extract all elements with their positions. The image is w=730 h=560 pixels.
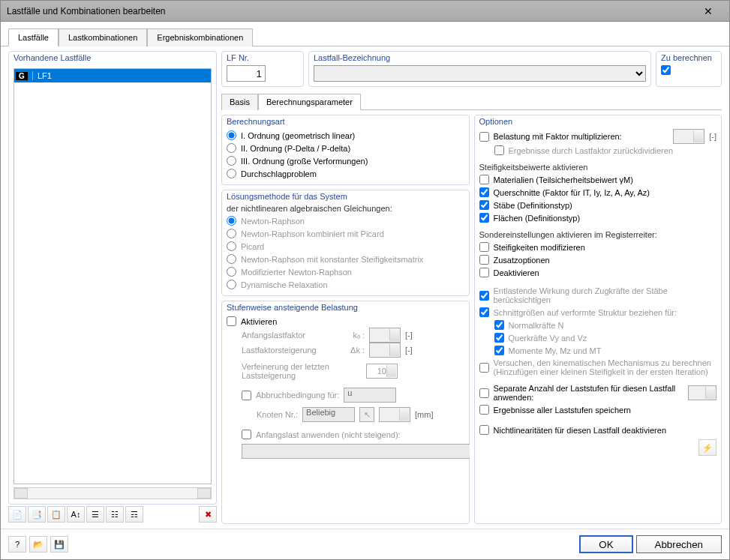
lf-description-select[interactable] bbox=[314, 65, 646, 82]
opt-picard: Picard bbox=[227, 240, 464, 253]
calc-method-group: Berechnungsart I. Ordnung (geometrisch l… bbox=[221, 115, 470, 185]
solver-title: Lösungsmethode für das System bbox=[227, 192, 464, 201]
sub-tabs: Basis Berechnungsparameter bbox=[221, 93, 722, 110]
lf-description-group: Lastfall-Bezeichnung bbox=[308, 51, 651, 87]
dd-node: Beliebig bbox=[302, 407, 355, 422]
all-icon[interactable]: ☶ bbox=[125, 506, 143, 523]
help-icon[interactable]: ? bbox=[8, 536, 26, 553]
opt-mod-nr: Modifizierter Newton-Raphson bbox=[227, 265, 464, 278]
dialog-window: Lastfälle und Kombinationen bearbeiten ✕… bbox=[0, 0, 730, 560]
titlebar: Lastfälle und Kombinationen bearbeiten ✕ bbox=[1, 1, 729, 22]
chk-shear-v: Querkräfte Vy and Vz bbox=[494, 331, 717, 344]
spin-mul-factor bbox=[673, 129, 704, 144]
row-factor-incr: Lastfaktorsteigerung Δk : [-] bbox=[242, 343, 464, 358]
opt-newton-raphson: Newton-Raphson bbox=[227, 214, 464, 227]
chk-extra-options[interactable]: Zusatzoptionen bbox=[479, 253, 717, 266]
row-node: Knoten Nr.: Beliebig ↖ [mm] bbox=[257, 407, 464, 422]
chk-sep-steps[interactable]: Separate Anzahl der Laststufen für diese… bbox=[479, 382, 679, 403]
lf-number-title: LF Nr. bbox=[227, 53, 299, 62]
open-icon[interactable]: 📂 bbox=[29, 536, 47, 553]
chk-materials[interactable]: Materialien (Teilsicherheitsbeiwert γM) bbox=[479, 173, 717, 186]
spin-sep-steps bbox=[688, 385, 716, 400]
chk-divide-results: Ergebnisse durch Lastfaktor zurückdividi… bbox=[494, 144, 717, 157]
close-button[interactable]: ✕ bbox=[693, 3, 723, 19]
opt-nr-const-stiff: Newton-Raphson mit konstanter Steifigkei… bbox=[227, 253, 464, 265]
chk-disable-nonlin[interactable]: Nichtlinearitäten für diesen Lastfall de… bbox=[479, 424, 717, 436]
loadcase-badge: G bbox=[16, 72, 28, 80]
chk-deactivate[interactable]: Deaktivieren bbox=[479, 266, 717, 279]
spin-initial-factor bbox=[369, 328, 401, 343]
chk-moment-m: Momente My, Mz und MT bbox=[494, 344, 717, 357]
subtab-basis[interactable]: Basis bbox=[221, 94, 258, 110]
chk-mul-factor[interactable]: Belastung mit Faktor multiplizieren: bbox=[479, 130, 622, 143]
solver-subtitle: der nichtlinearen algebraischen Gleichun… bbox=[227, 204, 464, 213]
dd-stop-var: u bbox=[344, 388, 396, 403]
chk-stop-condition: Abbruchbedingung für: u bbox=[242, 386, 464, 404]
chk-normal-n: Normalkräfte N bbox=[494, 319, 717, 331]
to-calculate-group: Zu berechnen bbox=[656, 51, 722, 87]
save-icon[interactable]: 💾 bbox=[50, 536, 68, 553]
list2-icon[interactable]: ☷ bbox=[106, 506, 124, 523]
copy-icon[interactable]: 📑 bbox=[28, 506, 46, 523]
chk-activate-incremental[interactable]: Aktivieren bbox=[227, 315, 464, 328]
window-title: Lastfälle und Kombinationen bearbeiten bbox=[7, 6, 693, 16]
tab-loadcases[interactable]: Lastfälle bbox=[8, 28, 59, 46]
pick-node-btn: ↖ bbox=[359, 407, 374, 422]
lf-number-group: LF Nr. bbox=[221, 51, 304, 87]
chk-cross-sections[interactable]: Querschnitte (Faktor für IT, Iy, Iz, A, … bbox=[479, 186, 717, 199]
spin-node-val bbox=[379, 407, 410, 422]
loadcase-list[interactable]: G LF1 bbox=[14, 68, 212, 484]
dd-initial-load bbox=[242, 444, 470, 459]
new-icon[interactable]: 📄 bbox=[8, 506, 26, 523]
opt-order-3[interactable]: III. Ordnung (große Verformungen) bbox=[227, 154, 464, 167]
tab-resultcombos[interactable]: Ergebniskombinationen bbox=[147, 28, 253, 46]
calc-method-title: Berechnungsart bbox=[227, 117, 464, 126]
chk-members[interactable]: Stäbe (Definitionstyp) bbox=[479, 199, 717, 211]
existing-loadcases-group: Vorhandene Lastfälle G LF1 bbox=[8, 51, 217, 505]
main-tabs: Lastfälle Lastkombinationen Ergebniskomb… bbox=[1, 22, 729, 46]
incremental-title: Stufenweise ansteigende Belastung bbox=[227, 303, 464, 312]
delete-icon[interactable]: ✖ bbox=[199, 506, 217, 523]
options-group: Optionen Belastung mit Faktor multiplizi… bbox=[474, 115, 722, 524]
spin-refine: 10 bbox=[366, 364, 398, 379]
opt-order-2[interactable]: II. Ordnung (P-Delta / P-delta) bbox=[227, 142, 464, 154]
chk-modify-stiffness[interactable]: Steifigkeiten modifizieren bbox=[479, 241, 717, 253]
row-refine: Verfeinerung der letzten Laststeigerung … bbox=[242, 362, 464, 380]
chk-apply-initial: Anfangslast anwenden (nicht steigend): bbox=[242, 428, 464, 441]
row-initial-factor: Anfangslastfaktor k₀ : [-] bbox=[242, 328, 464, 343]
loadcase-name: LF1 bbox=[32, 71, 211, 80]
chk-kinematic: Versuchen, den kinematischen Mechanismus… bbox=[479, 357, 717, 378]
subtab-calcparams[interactable]: Berechnungsparameter bbox=[258, 94, 361, 110]
opt-nr-picard: Newton-Raphson kombiniert mit Picard bbox=[227, 227, 464, 240]
to-calculate-title: Zu berechnen bbox=[661, 53, 716, 62]
row-sep-steps: Separate Anzahl der Laststufen für diese… bbox=[479, 382, 717, 403]
loadcase-toolbar: 📄 📑 📋 A↕ ☰ ☷ ☶ ✖ bbox=[8, 505, 217, 524]
horizontal-scrollbar[interactable] bbox=[14, 487, 212, 499]
opt-order-1[interactable]: I. Ordnung (geometrisch linear) bbox=[227, 129, 464, 142]
chk-deformed-ref: Schnittgrößen auf verformte Struktur bez… bbox=[479, 306, 717, 319]
ok-button[interactable]: OK bbox=[579, 535, 632, 553]
cancel-button[interactable]: Abbrechen bbox=[636, 535, 722, 553]
assign-icon[interactable]: 📋 bbox=[47, 506, 65, 523]
stiffness-head: Steifigkeitsbeiwerte aktivieren bbox=[479, 163, 717, 172]
existing-loadcases-title: Vorhandene Lastfälle bbox=[14, 53, 212, 62]
sort-icon[interactable]: A↕ bbox=[67, 506, 85, 523]
lf-number-input[interactable] bbox=[227, 65, 266, 82]
chk-save-all-steps[interactable]: Ergebnisse aller Laststufen speichern bbox=[479, 403, 717, 416]
tab-loadcombos[interactable]: Lastkombinationen bbox=[59, 28, 147, 46]
row-mul-factor: Belastung mit Faktor multiplizieren: [-] bbox=[479, 129, 717, 144]
solver-group: Lösungsmethode für das System der nichtl… bbox=[221, 190, 470, 296]
incremental-group: Stufenweise ansteigende Belastung Aktivi… bbox=[221, 301, 470, 524]
lightning-icon[interactable]: ⚡ bbox=[698, 439, 716, 456]
opt-postbuckling[interactable]: Durchschlagproblem bbox=[227, 167, 464, 180]
to-calculate-checkbox[interactable] bbox=[661, 65, 671, 75]
spin-factor-incr bbox=[369, 343, 401, 358]
list1-icon[interactable]: ☰ bbox=[86, 506, 104, 523]
chk-tension-relief: Entlastende Wirkung durch Zugkräfte der … bbox=[479, 285, 717, 306]
special-head: Sondereinstellungen aktivieren im Regist… bbox=[479, 230, 717, 239]
lf-description-title: Lastfall-Bezeichnung bbox=[314, 53, 646, 62]
list-item[interactable]: G LF1 bbox=[14, 69, 211, 82]
chk-surfaces[interactable]: Flächen (Definitionstyp) bbox=[479, 211, 717, 224]
opt-dyn-relax: Dynamische Relaxation bbox=[227, 278, 464, 291]
options-title: Optionen bbox=[479, 117, 717, 126]
